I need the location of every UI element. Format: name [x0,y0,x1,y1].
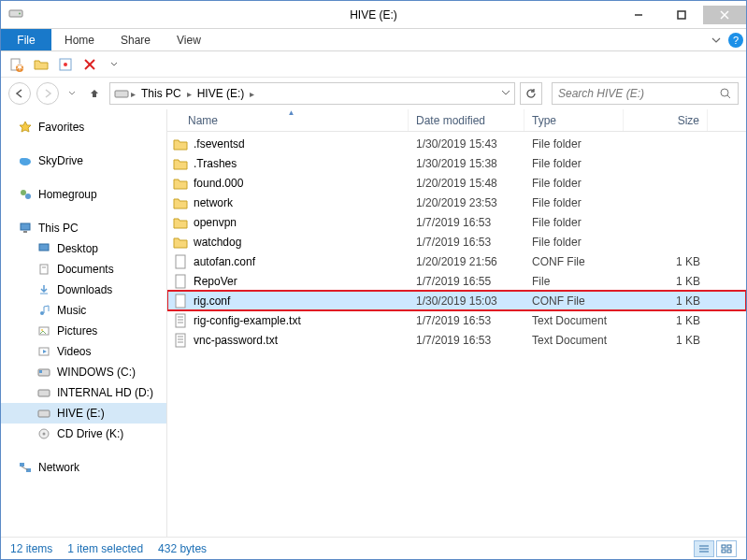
sidebar-item[interactable]: INTERNAL HD (D:) [1,382,166,403]
sidebar-item[interactable]: WINDOWS (C:) [1,362,166,382]
ribbon-expand-icon[interactable] [707,29,725,50]
file-name: vnc-password.txt [194,334,278,347]
svg-rect-43 [176,294,185,308]
status-selection: 1 item selected [67,542,143,555]
column-date[interactable]: Date modified [409,109,524,131]
file-row[interactable]: watchdog1/7/2019 16:53File folder [167,232,746,251]
svg-point-19 [21,190,26,195]
sidebar-item[interactable]: Documents [1,259,166,280]
folder-icon [173,136,188,151]
svg-line-15 [727,95,730,98]
svg-rect-57 [722,550,725,553]
sidebar-homegroup[interactable]: Homegroup [1,184,166,205]
tab-view[interactable]: View [164,29,214,50]
delete-icon[interactable] [81,56,98,73]
new-folder-icon[interactable] [33,56,50,73]
sidebar-thispc[interactable]: This PC [1,218,166,238]
refresh-button[interactable] [520,82,542,105]
column-type[interactable]: Type [524,109,624,131]
sidebar-item[interactable]: Music [1,300,166,321]
file-row[interactable]: .fseventsd1/30/2019 15:43File folder [167,134,746,153]
drive-icon [8,6,23,23]
file-icon [173,254,188,269]
sort-ascending-icon: ▲ [288,109,295,117]
close-button[interactable] [703,6,746,24]
file-row[interactable]: vnc-password.txt1/7/2019 16:53Text Docum… [167,330,746,350]
file-icon [173,274,188,289]
file-list[interactable]: .fseventsd1/30/2019 15:43File folder.Tra… [167,132,746,537]
column-size[interactable]: Size [624,109,708,131]
svg-point-10 [64,63,67,66]
file-name: RepoVer [194,275,237,288]
file-date: 1/30/2019 15:03 [409,294,524,308]
device-icon [36,241,51,256]
toolbar-dropdown-icon[interactable] [106,56,122,73]
details-view-button[interactable] [694,540,714,557]
help-button[interactable]: ? [725,29,746,50]
tab-share[interactable]: Share [108,29,164,50]
device-icon [36,344,51,359]
breadcrumb-current[interactable]: HIVE (E:) [194,87,249,100]
recent-locations-icon[interactable] [65,82,79,105]
properties-icon[interactable] [57,56,74,73]
device-icon [36,323,51,338]
file-date: 1/7/2019 16:55 [409,275,524,288]
back-button[interactable] [8,82,31,105]
chevron-right-icon[interactable]: ▸ [131,89,136,99]
svg-rect-21 [21,223,30,230]
svg-rect-56 [727,545,731,548]
address-bar-row: ▸ This PC ▸ HIVE (E:) ▸ Search HIVE (E:) [1,78,746,109]
column-name[interactable]: ▲Name [167,109,409,131]
computer-icon [18,221,33,236]
file-row[interactable]: found.0001/20/2019 15:48File folder [167,173,746,193]
device-icon [36,262,51,277]
icons-view-button[interactable] [716,540,737,557]
navigation-pane: Favorites SkyDrive Homegroup This PC Des… [1,109,167,537]
file-tab[interactable]: File [1,29,51,50]
breadcrumb[interactable]: ▸ This PC ▸ HIVE (E:) ▸ [109,82,515,105]
sidebar-item[interactable]: CD Drive (K:) [1,424,166,444]
file-row[interactable]: .Trashes1/30/2019 15:38File folder [167,153,746,173]
search-input[interactable]: Search HIVE (E:) [552,82,739,105]
file-row[interactable]: rig.conf1/30/2019 15:03CONF File1 KB [167,291,746,310]
sidebar-item[interactable]: Videos [1,341,166,362]
cloud-icon [18,153,33,168]
tab-home[interactable]: Home [51,29,108,50]
svg-point-14 [721,89,728,96]
sidebar-item[interactable]: Pictures [1,321,166,341]
minimize-button[interactable] [617,6,660,24]
network-icon [18,460,33,475]
file-row[interactable]: RepoVer1/7/2019 16:55File1 KB [167,271,746,291]
file-row[interactable]: openvpn1/7/2019 16:53File folder [167,212,746,232]
device-icon [36,303,51,318]
chevron-right-icon[interactable]: ▸ [250,89,254,99]
quick-access-toolbar: ✶ [1,51,746,78]
star-icon [18,120,33,135]
file-row[interactable]: rig-config-example.txt1/7/2019 16:53Text… [167,310,746,330]
file-type: Text Document [524,314,624,327]
sidebar-item[interactable]: HIVE (E:) [1,403,166,424]
maximize-button[interactable] [660,6,703,24]
forward-button[interactable] [36,82,59,105]
address-dropdown-icon[interactable] [501,87,510,100]
svg-point-27 [40,311,44,315]
folder-icon [173,235,188,250]
svg-rect-22 [23,231,27,233]
file-list-pane: ▲Name Date modified Type Size .fseventsd… [167,109,746,537]
folder-icon [173,156,188,171]
status-count: 12 items [10,542,52,555]
breadcrumb-thispc[interactable]: This PC [137,87,185,100]
sidebar-network[interactable]: Network [1,457,166,478]
sidebar-item[interactable]: Downloads [1,280,166,300]
chevron-right-icon[interactable]: ▸ [187,89,192,99]
file-row[interactable]: network1/20/2019 23:53File folder [167,193,746,212]
svg-point-37 [43,433,46,436]
sidebar-item[interactable]: Desktop [1,238,166,259]
svg-rect-13 [115,91,128,97]
drive-icon [114,86,129,101]
sidebar-favorites[interactable]: Favorites [1,117,166,137]
up-button[interactable] [85,84,104,103]
sidebar-skydrive[interactable]: SkyDrive [1,151,166,171]
file-row[interactable]: autofan.conf1/20/2019 21:56CONF File1 KB [167,251,746,271]
new-file-icon[interactable]: ✶ [8,56,25,73]
